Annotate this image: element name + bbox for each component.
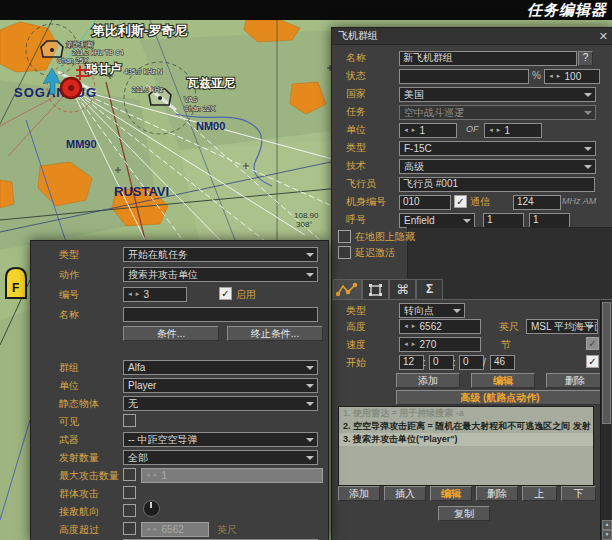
action-list-item[interactable]: 1. 使用雷达 = 用于持续搜索 -a (339, 407, 593, 420)
late-activation-checkbox[interactable] (338, 246, 351, 259)
wp-alt-ref-dropdown[interactable]: MSL 平均海平面 (526, 319, 598, 334)
frequency-unit-label: MHz AM (562, 195, 596, 208)
condition-input[interactable] (399, 69, 529, 84)
altitude-over-checkbox[interactable] (123, 522, 136, 535)
altitude-over-unit-label: 英尺 (217, 523, 237, 536)
static-object-dropdown[interactable]: 无 (123, 396, 318, 411)
tab-payload[interactable]: ⌘ (389, 279, 416, 300)
unit-total-stepper[interactable]: ◄ ►1 (484, 123, 542, 138)
start-second-input[interactable]: 0 (459, 355, 484, 370)
target-unit-dropdown[interactable]: Player (123, 378, 318, 393)
launch-qty-label: 发射数量 (59, 451, 99, 464)
start-minute-input[interactable]: 0 (429, 355, 454, 370)
task-action-dropdown[interactable]: 搜索并攻击单位 (123, 267, 318, 282)
wp-alt-stepper[interactable]: ◄ ►6562 (399, 319, 481, 334)
wp-edit-button[interactable]: 编辑 (471, 373, 535, 388)
stop-condition-button[interactable]: 终止条件... (227, 326, 323, 341)
enroute-task-panel: 类型 开始在航任务 动作 搜索并攻击单位 编号 ◄ ►3 ✓ 启用 名称 条件.… (30, 240, 329, 540)
action-edit-button[interactable]: 编辑 (430, 486, 472, 501)
wp-type-dropdown[interactable]: 转向点 (399, 303, 465, 318)
map-label-ils-course: 308° (296, 220, 313, 229)
scroll-up-icon[interactable]: ▲ (602, 520, 612, 530)
comm-checkbox[interactable]: ✓ (454, 195, 467, 208)
wp-speed-stepper[interactable]: ◄ ►270 (399, 337, 481, 352)
unit-count-stepper[interactable]: ◄ ►1 (399, 123, 457, 138)
skill-dropdown[interactable]: 高级 (399, 159, 596, 174)
heading-dial[interactable] (143, 500, 160, 517)
country-label: 国家 (346, 87, 366, 100)
task-type-dropdown[interactable]: 开始在航任务 (123, 247, 318, 262)
group-attack-checkbox[interactable] (123, 486, 136, 499)
tail-number-input[interactable]: 010 (399, 195, 451, 210)
hidden-on-map-checkbox[interactable] (338, 230, 351, 243)
start-time-checkbox[interactable]: ✓ (586, 355, 599, 368)
launch-qty-dropdown[interactable]: 全部 (123, 450, 318, 465)
country-dropdown[interactable]: 美国 (399, 87, 596, 102)
probability-stepper[interactable]: ◄ ►100 (544, 69, 600, 84)
unit-marker[interactable] (61, 78, 81, 98)
tab-summary[interactable]: Σ (416, 279, 443, 300)
tab-route[interactable] (333, 279, 362, 300)
day-separator: / (483, 356, 486, 369)
map-label-tbilisi-small: 第比利斯 (66, 41, 94, 49)
start-hour-input[interactable]: 12 (399, 355, 424, 370)
map-label-airport-title: 第比利斯-罗奇尼 (91, 23, 188, 38)
tail-number-label: 机身编号 (346, 195, 386, 208)
engage-heading-checkbox[interactable] (123, 504, 136, 517)
enable-checkbox[interactable]: ✓ (219, 287, 232, 300)
route-icon (334, 280, 361, 300)
visible-checkbox[interactable] (123, 414, 136, 427)
wp-add-button[interactable]: 添加 (396, 373, 460, 388)
action-insert-button[interactable]: 插入 (384, 486, 426, 501)
airfield-icon-tbilisi[interactable] (41, 41, 63, 57)
max-attack-checkbox[interactable] (123, 468, 136, 481)
copy-button[interactable]: 复制 (438, 506, 490, 521)
tab-aircraft[interactable] (362, 279, 389, 300)
condition-label: 状态 (346, 69, 366, 82)
map-label-soganlug-cn: 聪甘卢 (85, 62, 122, 76)
callsign-flight-input[interactable]: 1 (483, 213, 524, 228)
wp-alt-unit-label: 英尺 (499, 320, 519, 333)
weapon-dropdown[interactable]: -- 中距空空导弹 (123, 432, 318, 447)
map-label-tbilisi-chan: Chan 25X (57, 57, 88, 64)
scrollbar-thumb[interactable] (602, 302, 611, 424)
farp-icon[interactable]: F (6, 268, 26, 298)
action-list-item[interactable]: 2. 空空导弹攻击距离 = 随机在最大射程和不可逃逸区之间 发射 (339, 420, 593, 433)
frequency-input[interactable]: 124 (513, 195, 561, 210)
condition-button[interactable]: 条件... (123, 326, 219, 341)
comm-label: 通信 (470, 195, 490, 208)
task-number-label: 编号 (59, 288, 79, 301)
action-list-item[interactable]: 3. 搜索并攻击单位("Player") (339, 433, 593, 446)
wp-delete-button[interactable]: 删除 (546, 373, 604, 388)
map-label-vaziani-freq: 211.0 kHz (132, 86, 163, 93)
scrollbar[interactable]: ▲ ▼ (600, 300, 611, 540)
scroll-down-icon[interactable]: ▼ (602, 530, 612, 540)
spinner-arrows-icon[interactable]: ◄ ► (548, 70, 562, 83)
aircraft-type-dropdown[interactable]: F-15C (399, 141, 596, 156)
action-delete-button[interactable]: 删除 (476, 486, 518, 501)
action-add-button[interactable]: 添加 (338, 486, 380, 501)
map-label-ils-freq: 108.90 (294, 211, 319, 220)
start-day-input[interactable]: 46 (490, 355, 515, 370)
late-activation-label: 延迟激活 (355, 246, 395, 259)
pilot-name-input[interactable]: 飞行员 #001 (399, 177, 595, 192)
action-down-button[interactable]: 下 (561, 486, 596, 501)
task-number-stepper[interactable]: ◄ ►3 (123, 287, 187, 302)
wp-start-label: 开始 (346, 356, 366, 369)
callsign-dropdown[interactable]: Enfield (399, 213, 475, 228)
sigma-icon: Σ (426, 282, 433, 296)
panel-header[interactable]: 飞机群组 (332, 28, 612, 45)
advanced-actions-button[interactable]: 高级 (航路点动作) (396, 390, 604, 405)
action-up-button[interactable]: 上 (522, 486, 557, 501)
type-label: 类型 (346, 141, 366, 154)
group-name-input[interactable]: 新飞机群组 (399, 51, 577, 66)
task-name-label: 名称 (59, 308, 79, 321)
waypoint-actions-list[interactable]: 1. 使用雷达 = 用于持续搜索 -a 2. 空空导弹攻击距离 = 随机在最大射… (338, 406, 594, 486)
altitude-over-stepper: ◄ ►6562 (141, 522, 209, 537)
target-group-dropdown[interactable]: Alfa (123, 360, 318, 375)
map-label-vas: VAS (184, 96, 198, 103)
callsign-number-input[interactable]: 1 (529, 213, 570, 228)
task-name-input[interactable] (123, 307, 318, 322)
close-icon[interactable]: ✕ (599, 29, 608, 43)
help-button[interactable]: ? (578, 51, 593, 66)
